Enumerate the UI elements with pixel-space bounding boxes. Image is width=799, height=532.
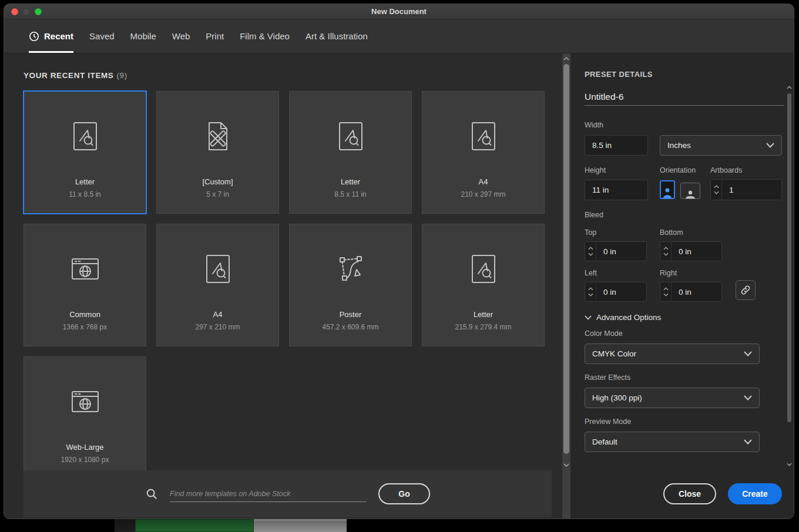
advanced-options-label: Advanced Options [596,313,661,322]
tab-label: Recent [44,31,73,41]
recent-items-heading: YOUR RECENT ITEMS(9) [24,71,562,80]
height-input[interactable]: 11 in [585,180,648,200]
preview-mode-dropdown[interactable]: Default [585,432,760,452]
preset-details-heading: PRESET DETAILS [585,70,794,79]
preset-card[interactable]: Letter 11 x 8.5 in [24,91,146,214]
preset-card-name: A4 [479,177,488,186]
width-label: Width [585,121,794,129]
units-dropdown[interactable]: Inches [660,135,782,156]
tab[interactable]: Art & Illustration [306,19,368,53]
preset-thumbnail-icon [66,117,104,155]
preset-card-name: A4 [213,310,223,319]
bleed-top-field: 0 in [585,241,647,261]
stock-search-input[interactable] [170,486,367,502]
preset-thumbnail-icon [465,117,502,155]
tab-label: Art & Illustration [306,31,368,41]
preset-card[interactable]: [Custom] 5 x 7 in [156,91,279,214]
preset-card[interactable]: Poster 457.2 x 609.6 mm [289,224,412,346]
bleed-bottom-stepper[interactable] [660,242,672,261]
width-input[interactable]: 8.5 in [585,135,648,156]
bleed-top-input[interactable]: 0 in [596,242,646,261]
bleed-left-input[interactable]: 0 in [596,282,646,301]
raster-effects-label: Raster Effects [585,373,794,382]
stepper-up-icon [663,287,669,291]
preset-card-name: Common [69,310,100,319]
recent-items-panel: YOUR RECENT ITEMS(9) Letter 11 x 8.5 in … [4,53,562,519]
chevron-down-icon [744,351,752,356]
recent-items-count: (9) [116,71,127,80]
chevron-down-icon [744,395,752,400]
scrollbar-thumb[interactable] [563,64,569,454]
bleed-left-stepper[interactable] [585,282,596,301]
scroll-up-arrow[interactable] [562,55,570,63]
create-button[interactable]: Create [728,483,782,504]
tab[interactable]: Web [172,19,190,53]
document-name-input[interactable]: Untitled-6 [585,88,784,106]
orientation-label: Orientation [660,166,710,174]
tab-bar: Recent Saved Mobile Web Print Film & Vid… [4,19,794,53]
orientation-portrait-button[interactable] [660,180,675,199]
preset-card[interactable]: Letter 8.5 x 11 in [289,91,412,214]
landscape-person-icon [684,190,696,198]
orientation-toggle [660,180,710,199]
tab-label: Film & Video [240,31,290,41]
artboards-label: Artboards [710,166,742,174]
panel-scroll-down-arrow[interactable] [785,461,793,468]
background-artboard-light [254,519,347,532]
bleed-link-button[interactable] [736,280,756,300]
search-icon [145,487,158,500]
raster-effects-dropdown[interactable]: High (300 ppi) [585,388,760,408]
main-scrollbar [562,53,570,519]
preview-mode-value: Default [592,437,617,446]
panel-scrollbar-thumb[interactable] [787,93,791,422]
panel-scroll-up-arrow[interactable] [785,84,793,91]
preset-card-dims: 11 x 8.5 in [69,190,100,198]
link-icon [740,284,751,296]
stepper-up-icon [663,247,669,250]
preset-card-dims: 1366 x 768 px [63,323,107,331]
tab[interactable]: Saved [89,19,115,53]
height-label: Height [585,166,660,174]
bleed-bottom-input[interactable]: 0 in [672,242,721,261]
tab[interactable]: Mobile [130,19,156,53]
preview-mode-label: Preview Mode [585,417,794,426]
preset-card[interactable]: Web-Large 1920 x 1080 px [24,356,146,479]
preset-card-dims: 457.2 x 609.6 mm [322,323,378,331]
scroll-down-arrow[interactable] [562,461,570,469]
artboards-input[interactable]: 1 [722,180,781,200]
preset-card[interactable]: Common 1366 x 768 px [24,224,146,346]
recent-items-heading-text: YOUR RECENT ITEMS [24,71,113,80]
chevron-down-icon [744,439,752,445]
preset-card-dims: 297 x 210 mm [195,323,240,331]
bleed-bottom-label: Bottom [660,228,722,237]
bleed-left-label: Left [585,269,647,277]
tab[interactable]: Print [206,19,224,53]
close-button[interactable]: Close [663,483,716,504]
go-button[interactable]: Go [378,483,430,504]
color-mode-dropdown[interactable]: CMYK Color [585,344,760,364]
stepper-up-icon [714,185,719,188]
bleed-right-stepper[interactable] [660,282,672,301]
dialog-action-buttons: Close Create [663,483,782,504]
preset-grid: Letter 11 x 8.5 in [Custom] 5 x 7 in Let… [24,91,545,479]
bleed-right-input[interactable]: 0 in [672,282,721,301]
preset-thumbnail-icon [66,250,104,288]
preset-card-dims: 215.9 x 279.4 mm [455,323,511,331]
tab[interactable]: Recent [29,19,73,53]
artboards-stepper[interactable] [711,180,722,200]
stepper-down-icon [663,252,669,256]
advanced-options-toggle[interactable]: Advanced Options [585,313,794,322]
bleed-top-stepper[interactable] [585,242,596,261]
preset-card[interactable]: A4 297 x 210 mm [156,224,279,346]
bleed-section: Top Bottom 0 in [585,228,794,302]
new-document-dialog: New Document Recent Saved Mobile Web Pri… [4,4,794,519]
preset-card[interactable]: A4 210 x 297 mm [422,91,545,214]
preset-card-dims: 8.5 x 11 in [334,190,366,198]
color-mode-value: CMYK Color [592,349,636,358]
stepper-up-icon [588,287,593,291]
preset-card[interactable]: Letter 215.9 x 279.4 mm [422,224,545,346]
preset-card-dims: 1920 x 1080 px [61,456,109,464]
orientation-landscape-button[interactable] [680,183,700,199]
bleed-top-label: Top [585,228,647,237]
tab[interactable]: Film & Video [240,19,290,53]
